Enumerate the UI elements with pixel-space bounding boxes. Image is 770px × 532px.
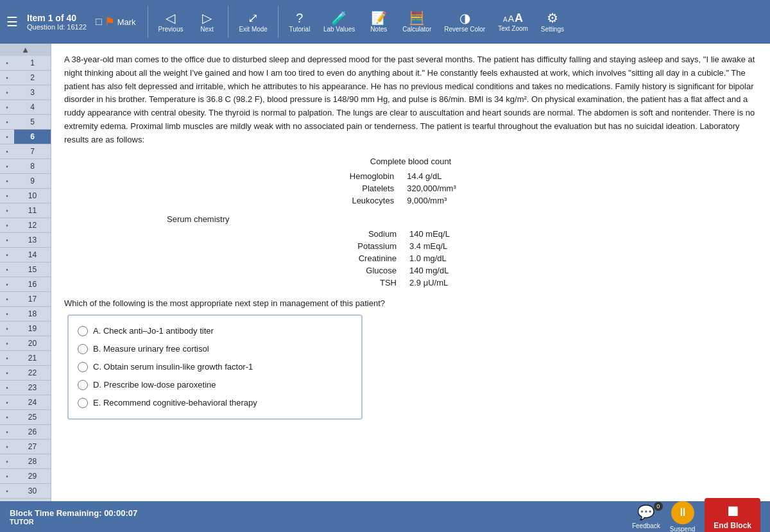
sidebar-num-29[interactable]: 29 [14, 469, 51, 483]
sidebar-row: •17 [0, 292, 51, 307]
sidebar-row: •22 [0, 366, 51, 381]
text-zoom-button[interactable]: AAA Text Zoom [493, 10, 533, 35]
sidebar-num-2[interactable]: 2 [14, 71, 51, 85]
feedback-button[interactable]: 💬 0 Feedback [632, 504, 660, 529]
previous-button[interactable]: ◁ Previous [153, 9, 189, 35]
lab-name: Glucose [314, 264, 409, 277]
lab-values-icon: 🧪 [331, 12, 347, 24]
answer-radio-E[interactable] [78, 398, 88, 408]
settings-button[interactable]: ⚙ Settings [536, 9, 569, 35]
sidebar-num-9[interactable]: 9 [14, 174, 51, 188]
text-zoom-label: Text Zoom [498, 25, 528, 32]
feedback-icon: 💬 [637, 504, 654, 521]
answer-label: A. Check anti–Jo-1 antibody titer [93, 326, 214, 336]
sidebar-dot: • [0, 384, 14, 391]
mark-label: Mark [117, 17, 136, 27]
answer-radio-C[interactable] [78, 362, 88, 372]
answer-option-E[interactable]: E. Recommend cognitive-behavioral therap… [75, 394, 355, 412]
lab-row: Potassium3.4 mEq/L [314, 240, 507, 252]
sidebar-dot: • [0, 370, 14, 377]
reverse-color-label: Reverse Color [444, 26, 485, 33]
answer-option-D[interactable]: D. Prescribe low-dose paroxetine [75, 376, 355, 394]
tutorial-button[interactable]: ? Tutorial [284, 9, 316, 35]
sidebar-row: •20 [0, 336, 51, 351]
lab-name: Sodium [314, 228, 409, 240]
sidebar-num-7[interactable]: 7 [14, 144, 51, 159]
sidebar-num-10[interactable]: 10 [14, 189, 51, 203]
lab-values-button[interactable]: 🧪 Lab Values [318, 9, 360, 35]
sidebar-num-1[interactable]: 1 [14, 56, 51, 70]
lab-value: 14.4 g/dL [407, 170, 507, 182]
suspend-button[interactable]: ⏸ Suspend [670, 501, 695, 533]
notes-button[interactable]: 📝 Notes [363, 9, 395, 35]
sidebar-num-14[interactable]: 14 [14, 248, 51, 262]
lab-value: 3.4 mEq/L [409, 240, 507, 252]
sidebar-num-25[interactable]: 25 [14, 410, 51, 424]
sidebar-num-21[interactable]: 21 [14, 351, 51, 365]
calculator-button[interactable]: 🧮 Calculator [397, 9, 436, 35]
mark-button[interactable]: □ ⚑ Mark [96, 15, 136, 29]
sidebar-dot: • [0, 207, 14, 214]
reverse-color-button[interactable]: ◑ Reverse Color [439, 9, 490, 35]
sidebar-num-20[interactable]: 20 [14, 336, 51, 350]
sidebar-row: •1 [0, 56, 51, 71]
answer-radio-B[interactable] [78, 344, 88, 354]
sidebar-row: •28 [0, 454, 51, 469]
sidebar-row: •10 [0, 189, 51, 203]
next-icon: ▷ [202, 12, 212, 24]
exit-mode-button[interactable]: ⤢ Exit Mode [234, 9, 272, 35]
sidebar-num-12[interactable]: 12 [14, 218, 51, 232]
sidebar-row: •19 [0, 322, 51, 336]
sidebar-num-13[interactable]: 13 [14, 233, 51, 247]
lab-name: Leukocytes [314, 194, 407, 207]
tsh-value: 2.9 μU/mL [409, 277, 507, 289]
sidebar-num-18[interactable]: 18 [14, 307, 51, 321]
cbc-table: Hemoglobin14.4 g/dLPlatelets320,000/mm³L… [314, 170, 507, 207]
next-button[interactable]: ▷ Next [191, 9, 223, 35]
calculator-icon: 🧮 [409, 12, 425, 24]
sidebar-num-19[interactable]: 19 [14, 322, 51, 336]
answer-radio-D[interactable] [78, 380, 88, 390]
item-title: Item 1 of 40 [27, 13, 87, 23]
sidebar-scroll-up[interactable]: ▲ [0, 44, 51, 56]
sidebar-dot: • [0, 458, 14, 465]
calculator-label: Calculator [402, 26, 431, 33]
sidebar-row: •21 [0, 351, 51, 366]
sidebar-num-30[interactable]: 30 [14, 484, 51, 498]
toolbar: ☰ Item 1 of 40 Question Id: 16122 □ ⚑ Ma… [0, 0, 770, 44]
sidebar-num-16[interactable]: 16 [14, 277, 51, 291]
exit-mode-label: Exit Mode [239, 26, 267, 33]
sidebar-num-22[interactable]: 22 [14, 366, 51, 380]
sidebar-num-8[interactable]: 8 [14, 159, 51, 173]
sidebar-num-15[interactable]: 15 [14, 262, 51, 277]
sidebar-num-11[interactable]: 11 [14, 203, 51, 218]
sidebar-dot: • [0, 429, 14, 436]
sidebar-num-4[interactable]: 4 [14, 100, 51, 114]
sidebar-num-26[interactable]: 26 [14, 425, 51, 439]
answer-option-C[interactable]: C. Obtain serum insulin-like growth fact… [75, 358, 355, 376]
sidebar-num-23[interactable]: 23 [14, 381, 51, 395]
sidebar-dot: • [0, 89, 14, 96]
answer-option-A[interactable]: A. Check anti–Jo-1 antibody titer [75, 322, 355, 340]
end-block-btn[interactable]: ⏹ End Block [705, 498, 760, 532]
sidebar-num-5[interactable]: 5 [14, 115, 51, 129]
sidebar-num-3[interactable]: 3 [14, 85, 51, 99]
sidebar-row: •15 [0, 262, 51, 277]
tutorial-icon: ? [296, 12, 303, 24]
sidebar-num-6[interactable]: 6 [14, 130, 51, 144]
sidebar-row: •6 [0, 130, 51, 144]
tutor-label: TUTOR [10, 518, 632, 526]
serum-title: Serum chemistry [167, 214, 757, 224]
answer-option-B[interactable]: B. Measure urinary free cortisol [75, 340, 355, 358]
answer-radio-A[interactable] [78, 326, 88, 336]
sidebar-num-27[interactable]: 27 [14, 440, 51, 454]
menu-icon[interactable]: ☰ [6, 14, 18, 30]
sidebar-row: •11 [0, 203, 51, 218]
sidebar-row: •9 [0, 174, 51, 189]
sidebar-dot: • [0, 443, 14, 450]
sidebar-num-24[interactable]: 24 [14, 395, 51, 409]
end-block-button[interactable]: ⏹ End Block [705, 498, 760, 532]
sidebar-num-17[interactable]: 17 [14, 292, 51, 306]
question-scroll[interactable]: A 38-year-old man comes to the office du… [51, 44, 770, 501]
sidebar-num-28[interactable]: 28 [14, 454, 51, 468]
